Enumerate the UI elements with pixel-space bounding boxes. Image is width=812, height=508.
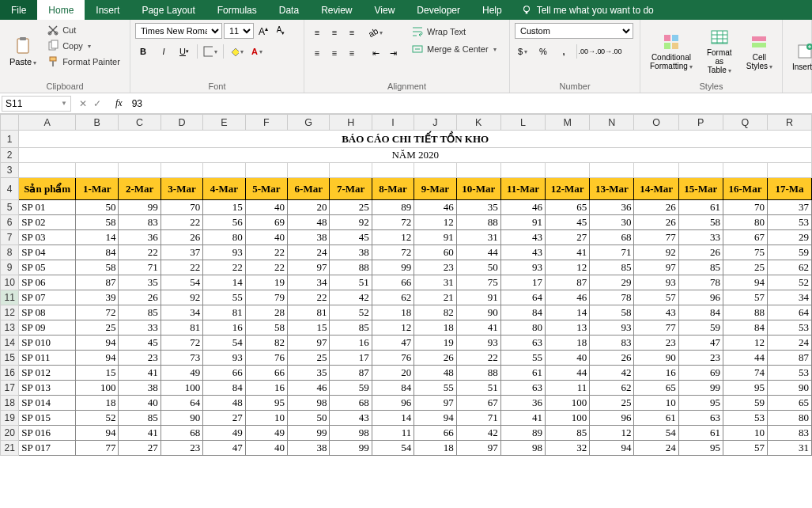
- data-cell[interactable]: 14: [203, 275, 245, 290]
- column-header[interactable]: N: [590, 115, 634, 131]
- table-header-cell[interactable]: 15-Mar: [678, 178, 723, 200]
- data-cell[interactable]: 15: [76, 366, 119, 381]
- product-name-cell[interactable]: SP 03: [19, 230, 76, 245]
- data-cell[interactable]: 45: [330, 230, 372, 245]
- data-cell[interactable]: 25: [723, 260, 767, 275]
- data-cell[interactable]: 10: [245, 411, 287, 426]
- row-header[interactable]: 3: [1, 163, 19, 178]
- data-cell[interactable]: 23: [678, 351, 723, 366]
- product-name-cell[interactable]: SP 05: [19, 260, 76, 275]
- data-cell[interactable]: 64: [768, 305, 812, 320]
- data-cell[interactable]: 80: [203, 230, 245, 245]
- data-cell[interactable]: 72: [372, 215, 414, 230]
- table-header-cell[interactable]: 7-Mar: [330, 178, 372, 200]
- data-cell[interactable]: 26: [634, 200, 678, 215]
- data-cell[interactable]: 88: [330, 260, 372, 275]
- accept-formula-button[interactable]: ✓: [93, 98, 101, 109]
- data-cell[interactable]: 51: [456, 381, 500, 396]
- data-cell[interactable]: 66: [372, 275, 414, 290]
- data-cell[interactable]: 75: [456, 275, 500, 290]
- data-cell[interactable]: 93: [203, 351, 245, 366]
- data-cell[interactable]: 100: [546, 396, 590, 411]
- data-cell[interactable]: 25: [590, 396, 634, 411]
- data-cell[interactable]: 36: [590, 200, 634, 215]
- data-cell[interactable]: 33: [678, 230, 723, 245]
- row-header[interactable]: 17: [1, 381, 19, 396]
- borders-button[interactable]: [202, 44, 218, 59]
- data-cell[interactable]: 93: [634, 275, 678, 290]
- data-cell[interactable]: 58: [245, 320, 287, 336]
- underline-button[interactable]: U▾: [176, 44, 192, 59]
- data-cell[interactable]: 38: [288, 441, 330, 456]
- bold-button[interactable]: B: [135, 44, 151, 59]
- data-cell[interactable]: 62: [372, 290, 414, 305]
- data-cell[interactable]: 67: [456, 396, 500, 411]
- row-header[interactable]: 7: [1, 230, 19, 245]
- data-cell[interactable]: 30: [590, 215, 634, 230]
- data-cell[interactable]: 98: [330, 426, 372, 441]
- data-cell[interactable]: 85: [546, 426, 590, 441]
- font-name-select[interactable]: Times New Roman: [135, 23, 222, 39]
- decrease-font-button[interactable]: A▾: [273, 23, 289, 39]
- table-header-cell[interactable]: 17-Ma: [768, 178, 812, 200]
- data-cell[interactable]: 57: [723, 290, 767, 305]
- data-cell[interactable]: 94: [76, 351, 119, 366]
- data-cell[interactable]: 46: [500, 200, 545, 215]
- menu-tab-developer[interactable]: Developer: [406, 0, 471, 20]
- decrease-indent-button[interactable]: ⇤: [368, 45, 383, 61]
- data-cell[interactable]: 83: [119, 215, 161, 230]
- data-cell[interactable]: 20: [372, 366, 414, 381]
- data-cell[interactable]: 64: [500, 290, 545, 305]
- data-cell[interactable]: 56: [203, 215, 245, 230]
- table-header-cell[interactable]: 13-Mar: [590, 178, 634, 200]
- data-cell[interactable]: 44: [456, 245, 500, 260]
- data-cell[interactable]: 13: [546, 320, 590, 336]
- format-painter-button[interactable]: Format Painter: [44, 55, 123, 69]
- data-cell[interactable]: 26: [161, 230, 202, 245]
- data-cell[interactable]: 93: [456, 336, 500, 351]
- data-cell[interactable]: 22: [161, 260, 202, 275]
- data-cell[interactable]: 46: [414, 200, 456, 215]
- data-cell[interactable]: 34: [288, 275, 330, 290]
- data-cell[interactable]: 45: [546, 215, 590, 230]
- data-cell[interactable]: 33: [119, 320, 161, 336]
- data-cell[interactable]: 70: [723, 200, 767, 215]
- data-cell[interactable]: 54: [372, 441, 414, 456]
- data-cell[interactable]: 35: [288, 366, 330, 381]
- copy-button[interactable]: Copy: [44, 39, 123, 53]
- data-cell[interactable]: 41: [119, 366, 161, 381]
- data-cell[interactable]: 49: [245, 426, 287, 441]
- data-cell[interactable]: 26: [634, 215, 678, 230]
- data-cell[interactable]: 42: [330, 290, 372, 305]
- column-header[interactable]: O: [634, 115, 678, 131]
- data-cell[interactable]: 98: [500, 441, 545, 456]
- data-cell[interactable]: 61: [678, 426, 723, 441]
- data-cell[interactable]: 11: [372, 426, 414, 441]
- column-header[interactable]: R: [768, 115, 812, 131]
- row-header[interactable]: 19: [1, 411, 19, 426]
- data-cell[interactable]: 97: [288, 336, 330, 351]
- data-cell[interactable]: 87: [546, 275, 590, 290]
- product-name-cell[interactable]: SP 04: [19, 245, 76, 260]
- data-cell[interactable]: 88: [723, 305, 767, 320]
- data-cell[interactable]: 82: [245, 336, 287, 351]
- data-cell[interactable]: 96: [678, 290, 723, 305]
- data-cell[interactable]: 53: [723, 411, 767, 426]
- data-cell[interactable]: 65: [768, 396, 812, 411]
- table-header-cell[interactable]: 9-Mar: [414, 178, 456, 200]
- menu-tab-page-layout[interactable]: Page Layout: [130, 0, 206, 20]
- data-cell[interactable]: 38: [330, 245, 372, 260]
- data-cell[interactable]: 45: [119, 336, 161, 351]
- align-bottom-button[interactable]: ≡: [344, 25, 360, 40]
- align-right-button[interactable]: ≡: [344, 45, 360, 61]
- data-cell[interactable]: 92: [330, 215, 372, 230]
- product-name-cell[interactable]: SP 02: [19, 215, 76, 230]
- data-cell[interactable]: 12: [414, 215, 456, 230]
- data-cell[interactable]: 27: [203, 411, 245, 426]
- data-cell[interactable]: 47: [372, 336, 414, 351]
- data-cell[interactable]: 54: [203, 336, 245, 351]
- merge-center-button[interactable]: Merge & Center: [409, 42, 499, 56]
- data-cell[interactable]: 25: [330, 200, 372, 215]
- data-cell[interactable]: 26: [590, 351, 634, 366]
- menu-tab-home[interactable]: Home: [37, 0, 85, 20]
